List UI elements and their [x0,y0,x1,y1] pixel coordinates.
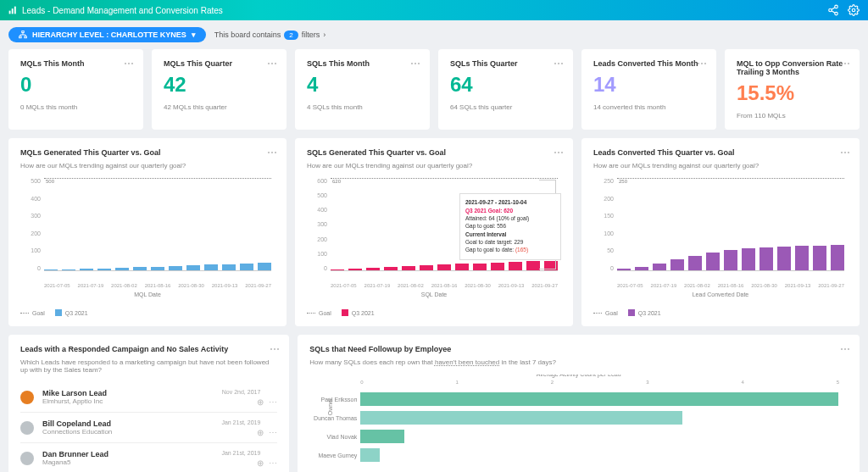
svg-rect-11 [25,36,27,38]
hbar-label: Duncan Thomas [309,415,357,421]
chart-bar[interactable] [653,264,666,270]
chart-bar[interactable] [635,267,648,270]
chart-bar[interactable] [366,268,380,270]
card-menu-icon[interactable]: ⋯ [410,58,421,69]
card-menu-icon[interactable]: ⋯ [267,147,278,158]
chart-bar[interactable] [151,267,164,270]
hierarchy-level-button[interactable]: HIERARCHY LEVEL : CHARLOTTE KYNES ▾ [8,27,206,42]
add-icon[interactable]: ⊕ [257,397,264,407]
kpi-card[interactable]: ⋯ Leads Converted This Month 14 14 conve… [581,49,716,130]
add-icon[interactable]: ⊕ [257,458,264,468]
chart-bar[interactable] [204,264,218,270]
card-menu-icon[interactable]: ⋯ [697,58,708,69]
chart-bar[interactable] [240,264,253,270]
kpi-card[interactable]: ⋯ SQLs This Month 4 4 SQLs this month [295,49,430,130]
chart-bar[interactable] [455,264,469,270]
sqls-followup-card: ⋯ SQLs that Need Followup by Employee Ho… [298,335,860,472]
card-menu-icon[interactable]: ⋯ [554,58,565,69]
card-menu-icon[interactable]: ⋯ [270,343,281,355]
lead-date: Nov 2nd, 2017 [222,389,261,395]
chart-bar[interactable] [80,269,93,270]
lead-date: Jan 21st, 2019 [221,450,260,456]
share-icon[interactable] [827,4,839,16]
hbar-bar[interactable] [360,411,682,425]
app-title: Leads - Demand Management and Conversion… [22,6,223,15]
chart-bar[interactable] [760,247,773,270]
card-menu-icon[interactable]: ⋯ [124,58,135,69]
chart-bar[interactable] [384,267,398,270]
hbar-row: Vlad Novak [360,429,848,444]
chart-bar[interactable] [402,266,415,270]
kpi-card[interactable]: ⋯ MQL to Opp Conversion Rate Trailing 3 … [725,49,860,130]
chart-bar[interactable] [62,269,75,270]
chart-bar[interactable] [688,256,702,270]
kpi-value: 4 [307,73,418,97]
bottom-row: ⋯ Leads with a Responded Campaign and No… [0,335,868,472]
chart-bar[interactable] [509,262,522,270]
chart-bar[interactable] [115,268,129,270]
chart-tooltip: 2021-09-27 - 2021-10-04 Q3 2021 Goal: 62… [459,193,561,260]
chart-bar[interactable] [706,253,720,270]
chart-bar[interactable] [617,269,631,270]
chart-bar[interactable] [831,245,844,270]
chart-bar[interactable] [258,263,271,270]
add-icon[interactable]: ⊕ [257,428,264,437]
chart-bar[interactable] [491,263,504,270]
chart-area: 250200150100500 250 2021-07-052021-07-19… [593,178,848,288]
chart-bar[interactable] [97,269,111,270]
kpi-card[interactable]: ⋯ MQLs This Month 0 0 MQLs this month [8,49,143,130]
lead-item[interactable]: Bill Copeland Lead Connections Education… [20,412,277,442]
chart-bar[interactable] [473,264,487,270]
filter-post: filters [302,31,320,39]
hbar-bar[interactable] [360,430,404,443]
chart-bar[interactable] [437,264,451,270]
kpi-card[interactable]: ⋯ SQLs This Quarter 64 64 SQLs this quar… [438,49,573,130]
subheader: HIERARCHY LEVEL : CHARLOTTE KYNES ▾ This… [0,20,868,49]
card-menu-icon[interactable]: ⋯ [267,58,278,69]
chart-bar[interactable] [169,266,182,270]
lead-item[interactable]: Dan Brunner Lead Magana5 Jan 21st, 2019 … [20,442,277,472]
filter-info[interactable]: This board contains 2 filters › [214,31,326,40]
card-menu-icon[interactable]: ⋯ [840,147,851,158]
more-icon[interactable]: ⋯ [269,428,277,437]
chart-bar[interactable] [133,267,147,270]
chart-yaxis: 6005004003002001000 [307,178,327,271]
chart-bar[interactable] [348,269,362,270]
chart-bar[interactable] [420,265,433,270]
chart-legend: Goal Q3 2021 [593,309,848,316]
card-menu-icon[interactable]: ⋯ [840,58,851,69]
chart-bar[interactable] [526,261,540,270]
hbar-label: Paul Eriksson [309,397,357,403]
chart-yaxis: 5004003002001000 [20,178,41,271]
kpi-subtitle: From 110 MQLs [737,112,848,119]
chart-bar[interactable] [331,269,344,270]
chart-bar[interactable] [44,269,58,270]
chart-subtitle: How are our MQLs trending against our qu… [593,162,848,169]
hbar-bar[interactable] [360,448,380,462]
chart-bar[interactable] [670,259,684,270]
kpi-card[interactable]: ⋯ MQLs This Quarter 42 42 MQLs this quar… [152,49,287,130]
avatar [20,452,34,465]
gear-icon[interactable] [848,4,860,16]
chart-bar[interactable] [813,246,826,270]
chart-bar[interactable] [222,264,236,270]
more-icon[interactable]: ⋯ [269,397,277,407]
svg-point-5 [835,12,838,14]
lead-actions: ⊕ ⋯ [257,458,277,468]
chart-yaxis: 250200150100500 [593,178,614,271]
chart-bar[interactable] [795,246,809,270]
kpi-value: 0 [20,73,131,97]
more-icon[interactable]: ⋯ [269,458,277,468]
card-menu-icon[interactable]: ⋯ [554,147,565,158]
app-title-container: Leads - Demand Management and Conversion… [8,6,223,15]
chart-xlabel: Lead Converted Date [593,292,848,297]
chart-bar[interactable] [777,247,791,270]
lead-item[interactable]: Mike Larson Lead Elmhurst, Apptio Inc No… [20,382,277,412]
chart-bar[interactable] [742,248,755,270]
card-menu-icon[interactable]: ⋯ [840,343,851,355]
hbar-xaxis: 012345 [360,380,839,385]
chart-bar[interactable] [724,250,737,270]
svg-rect-0 [9,11,11,14]
hbar-bar[interactable] [360,392,837,406]
chart-bar[interactable] [186,265,200,270]
